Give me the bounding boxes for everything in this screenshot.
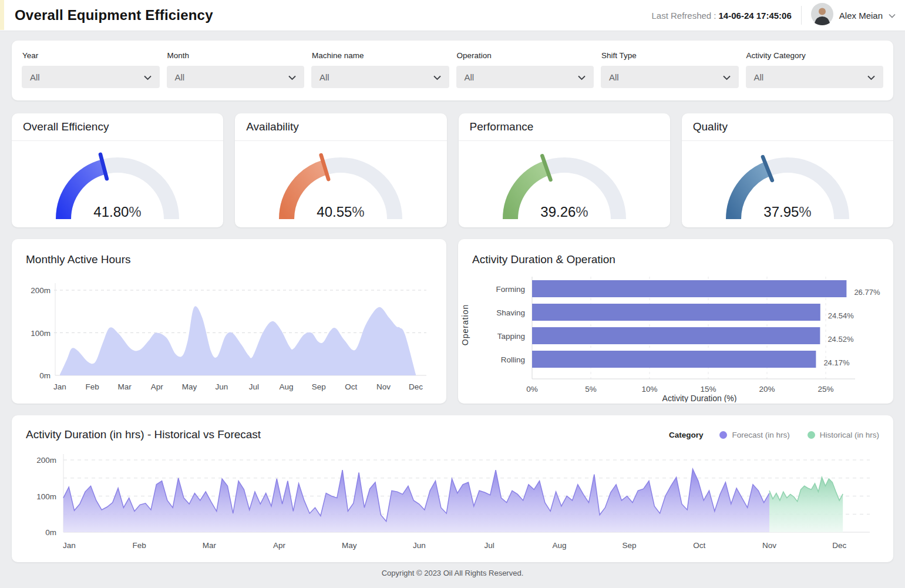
legend-item-forecast[interactable]: Forecast (in hrs) xyxy=(719,431,789,439)
svg-text:39.26%: 39.26% xyxy=(540,204,588,220)
svg-text:Apr: Apr xyxy=(273,541,286,550)
kpi-gauges-row: Overall Efficiency 41.80% Availability 4… xyxy=(12,113,893,227)
quality-gauge: 37.95% xyxy=(682,141,893,227)
filter-year-value: All xyxy=(30,72,40,82)
svg-text:100m: 100m xyxy=(31,329,51,338)
svg-text:37.95%: 37.95% xyxy=(763,204,811,220)
svg-text:Jul: Jul xyxy=(249,382,259,391)
filter-year-select[interactable]: All xyxy=(22,66,160,88)
user-menu[interactable]: Alex Meian xyxy=(811,3,896,28)
svg-text:Aug: Aug xyxy=(552,541,566,550)
filter-month: Month All xyxy=(167,50,305,88)
quality-title: Quality xyxy=(682,113,893,141)
filter-month-select[interactable]: All xyxy=(167,66,305,88)
chart-legend: Category Forecast (in hrs) Historical (i… xyxy=(669,431,879,439)
svg-text:0m: 0m xyxy=(39,371,51,380)
legend-forecast-label: Forecast (in hrs) xyxy=(732,431,789,439)
filter-activity-category-select[interactable]: All xyxy=(746,66,884,88)
overall-efficiency-title: Overall Efficiency xyxy=(12,113,223,141)
svg-text:Dec: Dec xyxy=(832,541,846,550)
svg-text:Oct: Oct xyxy=(345,382,357,391)
svg-text:5%: 5% xyxy=(585,385,597,394)
svg-text:Sep: Sep xyxy=(312,382,326,391)
filter-machine-name-label: Machine name xyxy=(312,51,449,60)
svg-text:24.54%: 24.54% xyxy=(828,311,854,320)
svg-text:0m: 0m xyxy=(45,528,56,537)
performance-gauge: 39.26% xyxy=(459,141,670,227)
filter-month-label: Month xyxy=(167,51,305,60)
svg-text:200m: 200m xyxy=(31,286,51,295)
overall-efficiency-card: Overall Efficiency 41.80% xyxy=(12,113,223,227)
filter-shift-type-label: Shift Type xyxy=(601,51,739,60)
historical-vs-forecast-card: Activity Duration (in hrs) - Historical … xyxy=(12,415,893,562)
svg-text:26.77%: 26.77% xyxy=(854,288,880,297)
svg-text:May: May xyxy=(182,382,197,391)
svg-text:Dec: Dec xyxy=(409,382,423,391)
svg-text:Aug: Aug xyxy=(280,382,294,391)
filter-shift-type-select[interactable]: All xyxy=(601,66,739,88)
header-accent-bar xyxy=(0,0,4,30)
overall-efficiency-gauge: 41.80% xyxy=(12,141,223,227)
svg-text:May: May xyxy=(342,541,357,550)
svg-text:Mar: Mar xyxy=(118,382,132,391)
activity-duration-operation-chart: 0%5%10%15%20%25%Forming26.77%Shaving24.5… xyxy=(458,274,893,404)
svg-text:200m: 200m xyxy=(36,456,56,465)
filter-operation-label: Operation xyxy=(457,51,594,60)
page-title: Overall Equipment Efficiency xyxy=(15,7,213,23)
filter-machine-name-select[interactable]: All xyxy=(311,66,449,88)
monthly-active-hours-card: Monthly Active Hours 0m100m200mJanFebMar… xyxy=(12,239,446,404)
legend-item-historical[interactable]: Historical (in hrs) xyxy=(808,431,879,439)
filter-shift-type-value: All xyxy=(609,72,619,82)
chevron-down-icon xyxy=(433,72,441,82)
forecast-dot-icon xyxy=(719,431,727,439)
chevron-down-icon xyxy=(288,72,296,82)
filter-machine-name: Machine name All xyxy=(311,50,449,88)
svg-text:Oct: Oct xyxy=(693,541,705,550)
svg-text:Nov: Nov xyxy=(762,541,776,550)
svg-text:40.55%: 40.55% xyxy=(317,204,365,220)
performance-card: Performance 39.26% xyxy=(459,113,670,227)
copyright-text: Copyright © 2023 Oil All Rights Reserved… xyxy=(382,569,524,577)
chevron-down-icon xyxy=(578,72,586,82)
chevron-down-icon xyxy=(889,10,896,21)
filter-month-value: All xyxy=(175,72,185,82)
filter-bar: Year All Month All Machine name All Oper… xyxy=(12,41,893,100)
last-refreshed: Last Refreshed :14-06-24 17:45:06 xyxy=(651,11,791,21)
svg-text:Jun: Jun xyxy=(413,541,426,550)
svg-text:25%: 25% xyxy=(817,385,833,394)
svg-text:Jul: Jul xyxy=(485,541,494,550)
svg-text:0%: 0% xyxy=(526,385,538,394)
availability-title: Availability xyxy=(235,113,446,141)
filter-year: Year All xyxy=(22,50,160,88)
monthly-active-hours-chart: 0m100m200mJanFebMarAprMayJunJulAugSepOct… xyxy=(12,274,446,404)
app-header: Overall Equipment Efficiency Last Refres… xyxy=(0,0,905,31)
svg-text:Feb: Feb xyxy=(85,382,99,391)
activity-duration-operation-card: Activity Duration & Operation 0%5%10%15%… xyxy=(458,239,893,404)
filter-shift-type: Shift Type All xyxy=(601,50,739,88)
availability-gauge: 40.55% xyxy=(235,141,446,227)
svg-text:Sep: Sep xyxy=(623,541,637,550)
last-refreshed-label: Last Refreshed : xyxy=(651,11,716,21)
svg-text:Mar: Mar xyxy=(203,541,217,550)
svg-text:Jan: Jan xyxy=(53,382,66,391)
monthly-active-hours-title: Monthly Active Hours xyxy=(12,239,446,266)
svg-text:Activity Duration (%): Activity Duration (%) xyxy=(662,394,737,402)
svg-text:Rolling: Rolling xyxy=(501,355,525,364)
svg-text:20%: 20% xyxy=(759,385,775,394)
filter-operation-select[interactable]: All xyxy=(456,66,594,88)
legend-title: Category xyxy=(669,431,704,439)
svg-text:Tapping: Tapping xyxy=(497,332,525,341)
svg-text:15%: 15% xyxy=(700,385,716,394)
svg-text:41.80%: 41.80% xyxy=(93,204,141,220)
svg-text:Forming: Forming xyxy=(496,285,525,294)
historical-vs-forecast-chart: 0m100m200mJanFebMarAprMayJunJulAugSepOct… xyxy=(12,447,893,560)
filter-operation-value: All xyxy=(465,72,475,82)
svg-text:Feb: Feb xyxy=(133,541,146,550)
svg-text:24.17%: 24.17% xyxy=(823,358,850,367)
avatar xyxy=(811,3,833,28)
last-refreshed-value: 14-06-24 17:45:06 xyxy=(719,11,792,21)
filter-year-label: Year xyxy=(22,51,160,60)
svg-text:10%: 10% xyxy=(641,385,657,394)
svg-text:Shaving: Shaving xyxy=(496,308,525,317)
filter-activity-category-label: Activity Category xyxy=(746,51,884,60)
